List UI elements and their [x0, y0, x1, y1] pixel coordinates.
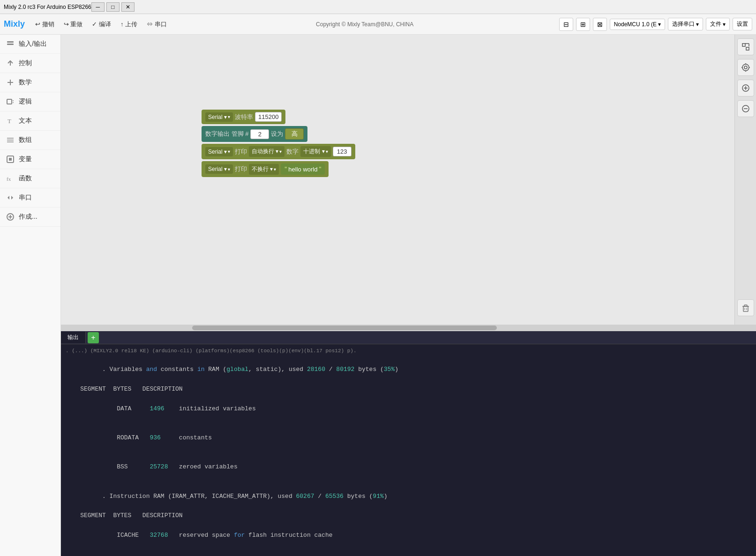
pin-input[interactable]: 2 [250, 129, 269, 139]
toolbar-right: ⊟ ⊞ ⊠ NodeMCU 1.0 (E ▾ 选择串口 ▾ 文件 ▾ 设置 [559, 18, 752, 31]
array-icon [6, 135, 15, 145]
svg-point-21 [742, 64, 749, 71]
output-line-seg-hdr2: SEGMENT BYTES DESCRIPTION [66, 511, 751, 521]
zoom-fit-button[interactable] [737, 38, 754, 55]
toolbar-icon1[interactable]: ⊟ [559, 18, 573, 31]
toolbar-icon3[interactable]: ⊠ [593, 18, 607, 31]
math-icon [6, 78, 15, 87]
settings-menu[interactable]: 设置 [733, 18, 752, 30]
svg-rect-34 [744, 305, 747, 306]
newline-select-2[interactable]: 不换行 ▾ [249, 164, 279, 175]
base-select[interactable]: 十进制 ▾ [300, 146, 330, 157]
sidebar-item-serial[interactable]: 串口 [0, 188, 60, 208]
output-line-icache: ICACHE 32768 reserved space for flash in… [66, 521, 751, 550]
output-line-data: DATA 1496 initialized variables [66, 394, 751, 423]
serial-button[interactable]: ⇔ 串口 [143, 18, 171, 30]
upload-button[interactable]: ↑ 上传 [117, 18, 141, 30]
right-panel [734, 35, 756, 325]
file-menu[interactable]: 文件 ▾ [706, 18, 730, 30]
content-area: Serial ▾ 波特率 115200 数字输出 管脚 # 2 设为 高 [61, 35, 756, 556]
logic-icon [6, 97, 15, 106]
output-panel: 输出 + . (...) (MIXLY2.0 rel18 KE) (arduin… [61, 331, 756, 556]
io-icon [6, 39, 15, 49]
sidebar-item-control[interactable]: 控制 [0, 54, 60, 73]
titlebar: Mixly 2.0 rc3 For Arduino ESP8266 ─ □ ✕ [0, 0, 756, 14]
block-row-4: Serial ▾ 打印 不换行 ▾ " hello world " [202, 161, 355, 177]
block-serial-print-num[interactable]: Serial ▾ 打印 自动换行 ▾ 数字 十进制 ▾ 123 [202, 144, 355, 159]
output-line-bss: BSS 25728 zeroed variables [66, 453, 751, 482]
serial-select-1[interactable]: Serial ▾ [205, 112, 233, 122]
output-tabs: 输出 + [61, 331, 756, 344]
var-icon [6, 155, 15, 164]
block-container: Serial ▾ 波特率 115200 数字输出 管脚 # 2 设为 高 [202, 110, 355, 179]
svg-text:T: T [7, 118, 11, 125]
output-line-iram: IRAM 27499 code in IRAM [66, 550, 751, 556]
func-icon: fx [6, 174, 15, 183]
board-selector[interactable]: NodeMCU 1.0 (E ▾ [610, 19, 665, 30]
trash-button[interactable] [737, 299, 754, 316]
number-input[interactable]: 123 [333, 147, 352, 156]
block-row-2: 数字输出 管脚 # 2 设为 高 [202, 126, 355, 142]
toolbar-icon2[interactable]: ⊞ [576, 18, 590, 31]
svg-text:fx: fx [7, 176, 11, 182]
baud-rate-input[interactable]: 115200 [255, 112, 282, 122]
svg-rect-0 [7, 41, 14, 43]
sidebar-item-array[interactable]: 数组 [0, 131, 60, 150]
sidebar-item-text[interactable]: T 文本 [0, 111, 60, 131]
sidebar-item-math[interactable]: 数学 [0, 73, 60, 92]
control-icon [6, 59, 15, 68]
svg-rect-1 [7, 44, 14, 45]
sidebar: 输入/输出 控制 数学 逻辑 T 文本 [0, 35, 61, 556]
redo-button[interactable]: ↪ 重做 [60, 18, 87, 30]
output-line-rodata: RODATA 936 constants [66, 423, 751, 452]
block-serial-baud[interactable]: Serial ▾ 波特率 115200 [202, 110, 285, 124]
state-input[interactable]: 高 [285, 128, 304, 140]
serial-icon [6, 193, 15, 202]
block-row-1: Serial ▾ 波特率 115200 [202, 110, 355, 124]
serial-select-4[interactable]: Serial ▾ [205, 164, 233, 174]
output-line-vars: . Variables and constants in RAM (global… [66, 356, 751, 385]
svg-rect-12 [9, 158, 12, 161]
minimize-button[interactable]: ─ [91, 2, 105, 12]
add-tab-button[interactable]: + [88, 332, 99, 343]
string-value[interactable]: hello world [288, 166, 317, 173]
sidebar-item-more[interactable]: 作成... [0, 208, 60, 227]
newline-select[interactable]: 自动换行 ▾ [249, 146, 284, 157]
more-icon [6, 212, 15, 222]
svg-rect-32 [743, 306, 748, 311]
block-serial-print-str[interactable]: Serial ▾ 打印 不换行 ▾ " hello world " [202, 161, 329, 177]
port-selector[interactable]: 选择串口 ▾ [668, 18, 703, 30]
zoom-in-button[interactable] [737, 80, 754, 96]
svg-point-22 [744, 66, 747, 69]
string-block[interactable]: " hello world " [281, 163, 325, 175]
toolbar: Mixly ↩ 撤销 ↪ 重做 ✓ 编译 ↑ 上传 ⇔ 串口 Copyright… [0, 14, 756, 35]
svg-rect-17 [742, 44, 745, 46]
copyright-text: Copyright © Mixly Team@BNU, CHINA [172, 21, 557, 28]
close-button[interactable]: ✕ [121, 2, 135, 12]
sidebar-item-func[interactable]: fx 函数 [0, 169, 60, 188]
output-line-seg-hdr1: SEGMENT BYTES DESCRIPTION [66, 385, 751, 394]
sidebar-item-io[interactable]: 输入/输出 [0, 35, 60, 54]
canvas-area[interactable]: Serial ▾ 波特率 115200 数字输出 管脚 # 2 设为 高 [61, 35, 756, 331]
scrollbar-thumb[interactable] [192, 326, 497, 330]
svg-rect-4 [7, 99, 12, 104]
maximize-button[interactable]: □ [106, 2, 120, 12]
scrollbar-area [61, 325, 756, 331]
text-icon: T [6, 116, 15, 126]
sidebar-item-logic[interactable]: 逻辑 [0, 92, 60, 111]
output-line-iram-hdr: . Instruction RAM (IRAM_ATTR, ICACHE_RAM… [66, 482, 751, 511]
app-title: Mixly 2.0 rc3 For Arduino ESP8266 [4, 4, 91, 10]
main-layout: 输入/输出 控制 数学 逻辑 T 文本 [0, 35, 756, 556]
zoom-out-button[interactable] [737, 100, 754, 117]
svg-rect-18 [746, 47, 749, 50]
block-digital-output[interactable]: 数字输出 管脚 # 2 设为 高 [202, 126, 307, 142]
target-button[interactable] [737, 59, 754, 76]
serial-select-3[interactable]: Serial ▾ [205, 147, 233, 156]
sidebar-item-var[interactable]: 变量 [0, 150, 60, 169]
compile-button[interactable]: ✓ 编译 [88, 18, 115, 30]
horizontal-scrollbar[interactable] [61, 325, 756, 331]
undo-button[interactable]: ↩ 撤销 [31, 18, 58, 30]
brand-logo: Mixly [4, 19, 25, 29]
output-content: . (...) (MIXLY2.0 rel18 KE) (arduino-cli… [61, 344, 756, 556]
output-tab[interactable]: 输出 [61, 332, 86, 343]
